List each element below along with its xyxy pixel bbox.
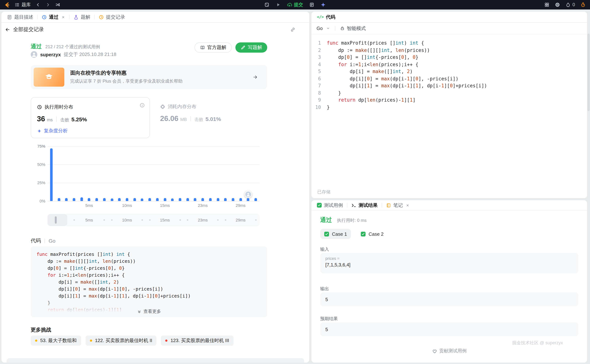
pen-icon bbox=[241, 45, 246, 50]
logo-icon[interactable] bbox=[4, 2, 10, 8]
challenge-chip[interactable]: 122. 买卖股票的最佳时机 II bbox=[85, 336, 157, 346]
chart-bar[interactable] bbox=[88, 198, 91, 201]
chart-bar[interactable] bbox=[216, 198, 219, 201]
chart-bar[interactable] bbox=[148, 198, 151, 201]
username[interactable]: superzyx bbox=[40, 52, 61, 57]
official-solution-button[interactable]: 官方题解 bbox=[195, 42, 232, 53]
chart-bar[interactable] bbox=[156, 198, 159, 201]
memory-title: 消耗内存分布 bbox=[168, 104, 196, 110]
smart-mode-toggle[interactable]: 智能模式 bbox=[340, 25, 366, 32]
complexity-analysis-link[interactable]: 复杂度分析 bbox=[37, 128, 144, 134]
tab-close-icon[interactable] bbox=[61, 15, 65, 19]
chart-bar[interactable] bbox=[118, 198, 121, 201]
nav-forward-icon[interactable] bbox=[45, 2, 50, 7]
student-promo-banner[interactable]: 面向在校学生的专享特惠 完成认证享 7 折 Plus 会员，享受更多学业及职业成… bbox=[31, 65, 267, 89]
back-title[interactable]: 全部提交记录 bbox=[13, 26, 44, 33]
test-runtime: 执行用时: 0 ms bbox=[337, 217, 367, 224]
expected-box[interactable]: 5 bbox=[320, 322, 578, 336]
scrubber-label: 15ms bbox=[160, 218, 170, 222]
chart-bar[interactable] bbox=[111, 198, 113, 201]
notes-icon[interactable] bbox=[309, 2, 314, 7]
contribute-testcase-link[interactable]: 贡献测试用例 bbox=[311, 348, 587, 354]
chart-bar[interactable] bbox=[186, 198, 189, 201]
copy-link-icon[interactable] bbox=[290, 27, 295, 32]
promo-arrow-icon[interactable] bbox=[253, 75, 258, 80]
chart-bar[interactable] bbox=[201, 198, 204, 201]
upload-cloud-icon bbox=[287, 2, 292, 7]
chart-bar[interactable] bbox=[65, 198, 68, 201]
run-code-icon[interactable] bbox=[276, 2, 281, 7]
chart-user-marker[interactable] bbox=[245, 191, 252, 198]
chart-bar[interactable] bbox=[80, 197, 83, 201]
layout-grid-icon[interactable] bbox=[544, 2, 550, 7]
challenge-chip[interactable]: 123. 买卖股票的最佳时机 III bbox=[161, 336, 234, 346]
nav-back-icon[interactable] bbox=[35, 2, 40, 7]
case-chip[interactable]: Case 1 bbox=[320, 229, 351, 239]
chart-bar[interactable] bbox=[141, 198, 144, 201]
challenge-chip[interactable]: 53. 最大子数组和 bbox=[31, 336, 81, 346]
chart-bar[interactable] bbox=[255, 198, 257, 201]
submit-button[interactable]: 提交 bbox=[287, 2, 303, 8]
editor-line[interactable]: 1func maxProfit(prices []int) int { bbox=[311, 39, 587, 47]
tab-testcase[interactable]: 测试用例 bbox=[313, 200, 347, 210]
editor-line[interactable]: 5 dp[i] = make([]int, 2) bbox=[311, 68, 587, 75]
case-chip[interactable]: Case 2 bbox=[357, 229, 387, 239]
settings-gear-icon[interactable] bbox=[555, 2, 560, 7]
tab-submissions[interactable]: 提交记录 bbox=[95, 12, 129, 22]
chart-bar[interactable] bbox=[126, 198, 128, 201]
ai-sparkle-icon[interactable] bbox=[321, 2, 326, 7]
input-box[interactable]: prices = [7,1,5,3,6,4] bbox=[320, 253, 578, 273]
runtime-card[interactable]: 执行用时分布 36 ms 击败 5.25% 复杂度分析 bbox=[31, 97, 150, 138]
submitted-code-block[interactable]: func maxProfit(prices []int) int { dp :=… bbox=[31, 246, 267, 317]
info-icon[interactable] bbox=[140, 103, 145, 108]
tab-close-icon[interactable] bbox=[406, 203, 409, 207]
check-square-icon bbox=[361, 232, 366, 236]
problem-list-button[interactable]: 题库 bbox=[15, 2, 31, 8]
chart-bar[interactable] bbox=[247, 198, 249, 201]
tab-passed[interactable]: 通过 bbox=[38, 12, 69, 22]
runtime-unit: ms bbox=[47, 117, 53, 123]
editor-line[interactable]: 10} bbox=[311, 104, 587, 111]
chart-bar[interactable] bbox=[171, 198, 174, 201]
chart-bar[interactable] bbox=[50, 148, 53, 201]
chart-bar[interactable] bbox=[194, 198, 197, 201]
editor-line[interactable]: 7 dp[i][1] = max(dp[i-1][1], dp[i-1][0]+… bbox=[311, 82, 587, 89]
write-solution-button[interactable]: 写题解 bbox=[236, 42, 267, 53]
memory-card[interactable]: 消耗内存分布 26.06 MB 击败 5.01% bbox=[160, 104, 221, 123]
chart-bar[interactable] bbox=[95, 198, 98, 201]
tab-description[interactable]: 题目描述 bbox=[3, 12, 37, 22]
random-question-icon[interactable] bbox=[264, 2, 269, 7]
chart-bar[interactable] bbox=[103, 198, 106, 201]
chart-bar[interactable] bbox=[179, 198, 181, 201]
language-select[interactable]: Go bbox=[317, 26, 330, 31]
streak-counter[interactable]: 0 bbox=[565, 2, 575, 7]
tab-code[interactable]: </> 代码 bbox=[313, 12, 339, 22]
window-scrollbar[interactable] bbox=[587, 34, 590, 111]
chart-bar[interactable] bbox=[133, 198, 136, 201]
tab-test-result[interactable]: 测试结果 bbox=[347, 200, 382, 210]
official-solution-label: 官方题解 bbox=[207, 44, 226, 51]
shuffle-icon[interactable] bbox=[55, 2, 60, 7]
chart-bar[interactable] bbox=[164, 198, 166, 201]
chart-bar[interactable] bbox=[73, 198, 75, 201]
chart-scrubber[interactable]: 5ms10ms15ms23ms29ms bbox=[47, 214, 260, 226]
editor-line[interactable]: 3 dp[0] = []int{-prices[0], 0} bbox=[311, 54, 587, 61]
timer-stopwatch-icon[interactable] bbox=[581, 2, 586, 7]
chart-bar[interactable] bbox=[239, 198, 242, 201]
editor-line[interactable]: 9 return dp[len(prices)-1][1] bbox=[311, 97, 587, 104]
chart-bar[interactable] bbox=[209, 198, 212, 201]
chart-bar[interactable] bbox=[232, 198, 234, 201]
chart-bar[interactable] bbox=[58, 198, 60, 201]
editor-line[interactable]: 4 for i:=1;i<len(prices);i++ { bbox=[311, 61, 587, 68]
editor-line[interactable]: 8 } bbox=[311, 89, 587, 97]
editor-line[interactable]: 2 dp := make([][]int, len(prices)) bbox=[311, 47, 587, 54]
tab-note[interactable]: 笔记 bbox=[382, 200, 413, 210]
avatar[interactable] bbox=[31, 51, 37, 58]
output-box[interactable]: 5 bbox=[320, 292, 578, 306]
back-arrow-icon[interactable] bbox=[5, 27, 10, 32]
tab-solutions[interactable]: 题解 bbox=[69, 12, 94, 22]
view-more-button[interactable]: 查看更多 bbox=[137, 308, 161, 315]
editor-line[interactable]: 6 dp[i][0] = max(dp[i-1][0], -prices[i]) bbox=[311, 75, 587, 82]
chart-bar[interactable] bbox=[224, 198, 227, 201]
code-editor[interactable]: 1func maxProfit(prices []int) int {2 dp … bbox=[311, 35, 587, 188]
